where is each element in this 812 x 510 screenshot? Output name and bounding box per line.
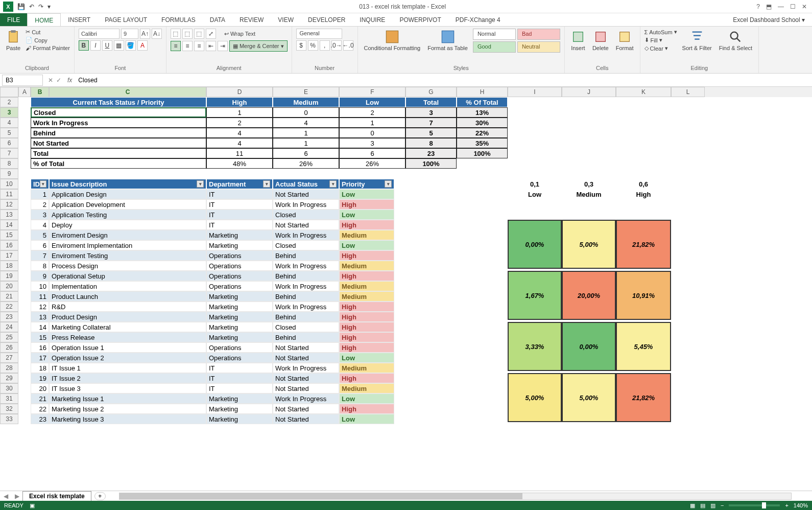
summary-cell[interactable]: 0 — [339, 128, 405, 138]
issue-cell[interactable]: IT Issue 1 — [49, 363, 206, 373]
summary-cell[interactable]: 48% — [206, 158, 273, 169]
row-header-3[interactable]: 3 — [0, 107, 18, 118]
filter-dropdown-icon[interactable]: ▾ — [385, 180, 392, 188]
col-header-C[interactable]: C — [49, 87, 206, 97]
summary-cell[interactable]: 4 — [206, 128, 273, 138]
style-good[interactable]: Good — [473, 41, 516, 53]
sheet-nav-next-icon[interactable]: ▶ — [11, 493, 22, 500]
issue-cell[interactable]: Low — [339, 210, 394, 220]
issue-cell[interactable]: 12 — [31, 302, 49, 312]
row-header-16[interactable]: 16 — [0, 240, 18, 250]
issue-cell[interactable]: 21 — [31, 393, 49, 404]
summary-cell[interactable]: 2 — [206, 118, 273, 128]
issue-cell[interactable]: Low — [339, 414, 394, 424]
summary-cell[interactable]: 1 — [273, 128, 339, 138]
issue-cell[interactable]: Work In Progress — [273, 302, 339, 312]
issue-cell[interactable]: Closed — [273, 322, 339, 332]
summary-cell[interactable]: 1 — [273, 138, 339, 148]
issue-cell[interactable]: 15 — [31, 332, 49, 342]
row-header-33[interactable]: 33 — [0, 414, 18, 424]
issue-cell[interactable]: Low — [339, 240, 394, 250]
summary-cell[interactable]: 2 — [339, 107, 405, 118]
merge-center-button[interactable]: ▦ Merge & Center ▾ — [229, 40, 288, 52]
help-icon[interactable]: ? — [756, 3, 760, 10]
summary-cell[interactable]: 4 — [206, 138, 273, 148]
increase-font-icon[interactable]: A↑ — [140, 29, 150, 39]
summary-header[interactable]: Low — [339, 97, 405, 107]
row-header-29[interactable]: 29 — [0, 373, 18, 383]
align-middle-icon[interactable]: ⬚ — [182, 29, 193, 39]
issue-cell[interactable]: Marketing — [206, 291, 273, 302]
decrease-font-icon[interactable]: A↓ — [152, 29, 162, 39]
sheet-tab-active[interactable]: Excel risk template — [22, 491, 91, 501]
issue-cell[interactable]: Not Started — [273, 189, 339, 199]
summary-cell[interactable]: 6 — [273, 148, 339, 158]
filter-dropdown-icon[interactable]: ▾ — [263, 180, 270, 188]
issue-cell[interactable]: IT Issue 3 — [49, 383, 206, 393]
row-header-27[interactable]: 27 — [0, 353, 18, 363]
issue-cell[interactable]: Medium — [339, 230, 394, 240]
summary-cell[interactable]: 1 — [206, 107, 273, 118]
matrix-cell[interactable]: 10,91% — [616, 271, 671, 320]
summary-header[interactable]: % Of Total — [457, 97, 508, 107]
issue-cell[interactable]: High — [339, 322, 394, 332]
issue-cell[interactable]: Not Started — [273, 220, 339, 230]
format-button[interactable]: Format — [614, 29, 636, 52]
italic-button[interactable]: I — [90, 40, 101, 51]
summary-header[interactable]: Total — [405, 97, 457, 107]
issue-cell[interactable]: Marketing — [206, 414, 273, 424]
summary-cell[interactable]: 13% — [457, 107, 508, 118]
row-header-5[interactable]: 5 — [0, 128, 18, 138]
issue-cell[interactable]: IT Issue 2 — [49, 373, 206, 383]
col-header-G[interactable]: G — [405, 87, 457, 97]
matrix-cell[interactable]: 5,00% — [562, 373, 616, 422]
issue-cell[interactable]: Application Development — [49, 199, 206, 210]
summary-cell[interactable]: 100% — [405, 158, 457, 169]
issue-cell[interactable]: IT — [206, 210, 273, 220]
qat-dropdown-icon[interactable]: ▾ — [47, 3, 51, 10]
percent-icon[interactable]: % — [308, 40, 318, 51]
copy-button[interactable]: 📄 Copy — [26, 37, 70, 43]
issue-cell[interactable]: Application Design — [49, 189, 206, 199]
issue-cell[interactable]: Marketing — [206, 230, 273, 240]
issue-cell[interactable]: IT — [206, 199, 273, 210]
delete-button[interactable]: Delete — [590, 29, 611, 52]
tab-page-layout[interactable]: PAGE LAYOUT — [98, 13, 154, 26]
issue-cell[interactable]: Behind — [273, 250, 339, 261]
col-header-J[interactable]: J — [562, 87, 616, 97]
summary-cell[interactable]: Behind — [31, 128, 206, 138]
issue-cell[interactable]: Operations — [206, 261, 273, 271]
issue-cell[interactable]: Low — [339, 393, 394, 404]
col-header-B[interactable]: B — [31, 87, 49, 97]
issue-cell[interactable]: 19 — [31, 373, 49, 383]
issue-header[interactable]: Issue Description▾ — [49, 179, 206, 189]
summary-cell[interactable]: % of Total — [31, 158, 206, 169]
matrix-header-val[interactable]: 0,6 — [616, 179, 671, 189]
issue-cell[interactable]: Marketing Issue 2 — [49, 404, 206, 414]
row-header-30[interactable]: 30 — [0, 383, 18, 393]
maximize-icon[interactable]: ☐ — [790, 3, 796, 10]
select-all-corner[interactable] — [0, 87, 18, 97]
fill-color-button[interactable]: 🪣 — [126, 40, 136, 51]
summary-cell[interactable]: 23 — [405, 148, 457, 158]
issue-cell[interactable]: Enviroment Testing — [49, 250, 206, 261]
sort-filter-button[interactable]: Sort & Filter — [680, 29, 714, 52]
tab-home[interactable]: HOME — [27, 13, 61, 26]
tab-file[interactable]: FILE — [0, 13, 27, 26]
issue-cell[interactable]: Product Launch — [49, 291, 206, 302]
matrix-cell[interactable]: 3,33% — [508, 322, 562, 371]
summary-cell[interactable]: 1 — [339, 118, 405, 128]
summary-cell[interactable]: 30% — [457, 118, 508, 128]
row-header-23[interactable]: 23 — [0, 312, 18, 322]
summary-cell[interactable]: 0 — [273, 107, 339, 118]
font-name-combo[interactable]: Calibri — [79, 29, 120, 39]
col-header-D[interactable]: D — [206, 87, 273, 97]
summary-cell[interactable]: 11 — [206, 148, 273, 158]
matrix-cell[interactable]: 0,00% — [508, 220, 562, 269]
matrix-header-label[interactable]: Medium — [562, 189, 616, 199]
issue-cell[interactable]: IT — [206, 383, 273, 393]
tab-review[interactable]: REVIEW — [232, 13, 271, 26]
matrix-cell[interactable]: 5,00% — [562, 220, 616, 269]
find-select-button[interactable]: Find & Select — [717, 29, 754, 52]
row-header-20[interactable]: 20 — [0, 281, 18, 291]
